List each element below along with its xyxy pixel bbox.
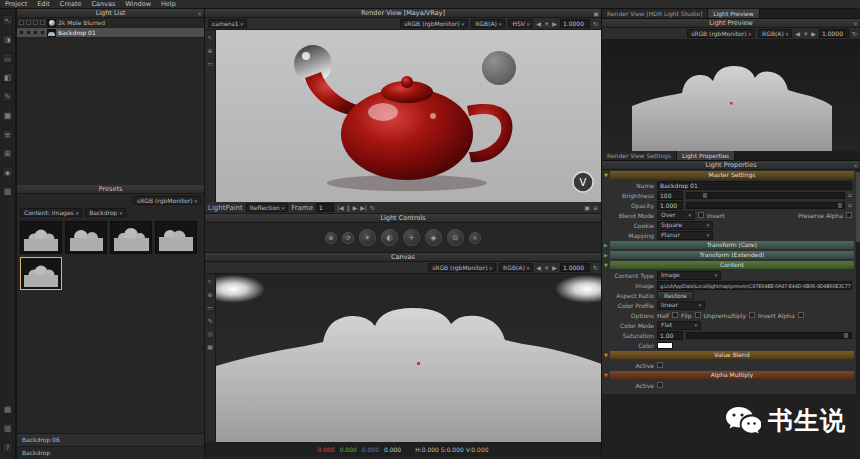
tab-render-view-hdr[interactable]: Render View [HDR Light Studio]: [602, 9, 708, 18]
preset-name-bar[interactable]: Backdrop 06: [17, 433, 205, 446]
paint-tool-icon[interactable]: ✎: [2, 91, 13, 102]
menu-window[interactable]: Window: [125, 0, 151, 8]
exposure-reset-icon[interactable]: ↻: [593, 265, 598, 271]
lock-toggle-icon[interactable]: [33, 20, 38, 25]
lc-falloff-icon[interactable]: ⊙: [447, 229, 464, 246]
scrollbar-thumb[interactable]: [856, 172, 860, 242]
exposure-up-icon[interactable]: ▶: [552, 21, 557, 27]
menu-canvas[interactable]: Canvas: [91, 0, 115, 8]
content-type-dropdown[interactable]: Image ▾: [657, 271, 721, 280]
options-menu-icon[interactable]: ≡: [593, 205, 598, 211]
value-blend-active-checkbox[interactable]: [657, 362, 663, 368]
rect-light-tool-icon[interactable]: ▭: [2, 53, 13, 64]
preset-thumbnail[interactable]: [155, 221, 197, 254]
grid-tool-icon[interactable]: ▦: [207, 343, 213, 350]
sphere-tool-icon[interactable]: ◑: [2, 34, 13, 45]
move-tool-icon[interactable]: ⊕: [207, 291, 212, 298]
visibility-toggle-icon[interactable]: [19, 30, 24, 35]
transform-core-header[interactable]: ▶ Transform (Core): [602, 240, 854, 250]
pause-icon[interactable]: ‖: [347, 205, 350, 211]
play-icon[interactable]: ▶: [353, 205, 358, 211]
texture-link-icon[interactable]: ▫: [848, 202, 852, 208]
image-path-field[interactable]: g.Ltd\AppData\Local\lightmap\presets\C97…: [657, 281, 852, 290]
collapse-arrow-icon[interactable]: ▼: [602, 262, 610, 268]
canvas-exposure-field[interactable]: 1.0000: [560, 263, 590, 272]
preset-thumbnail[interactable]: [110, 221, 152, 254]
canvas-viewport[interactable]: ↖ ⊕ ▭ ✎ ◎ ▦: [205, 274, 601, 442]
menu-help[interactable]: Help: [161, 0, 176, 8]
brightness-field[interactable]: 100: [657, 191, 683, 200]
collapse-arrow-icon[interactable]: ▼: [602, 352, 610, 358]
close-icon[interactable]: ×: [853, 161, 858, 170]
exposure-field[interactable]: 1.0000: [560, 19, 590, 28]
channel-dropdown[interactable]: RGB(A) ▾: [471, 19, 505, 28]
lc-shading-icon[interactable]: ◐: [381, 229, 398, 246]
tab-light-properties[interactable]: Light Properties: [677, 151, 735, 160]
render-toggle-icon[interactable]: [40, 20, 45, 25]
menu-edit[interactable]: Edit: [37, 0, 50, 8]
grid-view-icon[interactable]: ⊞: [2, 148, 13, 159]
menu-project[interactable]: Project: [5, 0, 27, 8]
light-list-row-selected[interactable]: Backdrop 01: [17, 28, 204, 38]
menu-create[interactable]: Create: [60, 0, 82, 8]
solo-toggle-icon[interactable]: [26, 20, 31, 25]
exposure-down-icon[interactable]: ◀: [795, 31, 800, 37]
collapse-arrow-icon[interactable]: ▼: [602, 172, 610, 178]
close-icon[interactable]: ×: [853, 19, 858, 28]
preview-exposure-field[interactable]: 1.0000: [819, 29, 849, 38]
color-profile-dropdown[interactable]: linear ▾: [657, 301, 705, 310]
mask-tool-icon[interactable]: ▧: [2, 186, 13, 197]
camera-dropdown[interactable]: camera1 ▾: [208, 19, 247, 28]
preset-thumbnail[interactable]: [65, 221, 107, 254]
target-tool-icon[interactable]: ◎: [207, 330, 212, 337]
move-tool-icon[interactable]: ⊕: [207, 47, 212, 54]
alpha-multiply-active-checkbox[interactable]: [657, 382, 663, 388]
cookie-dropdown[interactable]: Square ▾: [657, 221, 713, 230]
layers-panel-icon[interactable]: ▥: [2, 423, 13, 434]
region-tool-icon[interactable]: ▭: [207, 60, 213, 67]
canvas-channel-dropdown[interactable]: RGB(A) ▾: [499, 263, 533, 272]
solo-toggle-icon[interactable]: [26, 30, 31, 35]
close-icon[interactable]: ×: [197, 9, 202, 18]
half-checkbox[interactable]: [672, 312, 678, 318]
render-viewport[interactable]: ↖ ⊕ ▭: [205, 30, 601, 202]
select-tool-icon[interactable]: ↖: [207, 34, 212, 41]
exposure-reset-icon[interactable]: ↻: [852, 31, 857, 37]
tab-light-preview[interactable]: Light Preview: [708, 9, 759, 18]
list-view-icon[interactable]: ≡: [2, 129, 13, 140]
tab-render-view-settings[interactable]: Render View Settings: [602, 151, 677, 160]
snapshot-icon[interactable]: ▣: [584, 205, 590, 211]
collapse-arrow-icon[interactable]: ▼: [602, 372, 610, 378]
skip-start-icon[interactable]: |◀: [337, 205, 344, 211]
exposure-up-icon[interactable]: ▶: [552, 265, 557, 271]
paint-tool-icon[interactable]: ✎: [207, 317, 212, 324]
transform-extended-header[interactable]: ▶ Transform (Extended): [602, 250, 854, 260]
alpha-multiply-header[interactable]: ▼ Alpha Multiply: [602, 370, 854, 380]
preview-colorspace-dropdown[interactable]: sRGB (rgbMonitor) ▾: [687, 29, 755, 38]
detach-icon[interactable]: ▣: [593, 9, 599, 18]
exposure-down-icon[interactable]: ◀: [536, 21, 541, 27]
colorspace-dropdown[interactable]: sRGB (rgbMonitor) ▾: [400, 19, 468, 28]
select-tool-icon[interactable]: ↖: [2, 15, 13, 26]
content-header[interactable]: ▼ Content: [602, 260, 854, 270]
color-swatch[interactable]: [657, 342, 673, 349]
value-blend-header[interactable]: ▼ Value Blend: [602, 350, 854, 360]
loop-icon[interactable]: ↻: [370, 205, 375, 211]
mapping-dropdown[interactable]: Planar ▾: [657, 231, 713, 240]
lc-scale-icon[interactable]: +: [403, 229, 420, 246]
render-toggle-icon[interactable]: [40, 30, 45, 35]
light-preview-viewport[interactable]: [602, 40, 860, 151]
collapse-arrow-icon[interactable]: ▶: [602, 252, 610, 258]
opacity-field[interactable]: 1.000: [657, 201, 683, 210]
canvas-colorspace-dropdown[interactable]: sRGB (rgbMonitor) ▾: [428, 263, 496, 272]
presets-colorspace-dropdown[interactable]: sRGB (rgbMonitor) ▾: [133, 196, 201, 205]
opacity-slider[interactable]: [686, 202, 845, 209]
exposure-reset-icon[interactable]: ↻: [593, 21, 598, 27]
flip-checkbox[interactable]: [695, 312, 701, 318]
lc-rotate-icon[interactable]: ↺: [342, 232, 354, 244]
category-filter-dropdown[interactable]: Backdrop ▾: [85, 208, 126, 217]
lock-toggle-icon[interactable]: [33, 30, 38, 35]
collapse-arrow-icon[interactable]: ▶: [602, 242, 610, 248]
frame-field[interactable]: 1: [316, 203, 334, 212]
blend-mode-dropdown[interactable]: Over ▾: [657, 211, 695, 220]
